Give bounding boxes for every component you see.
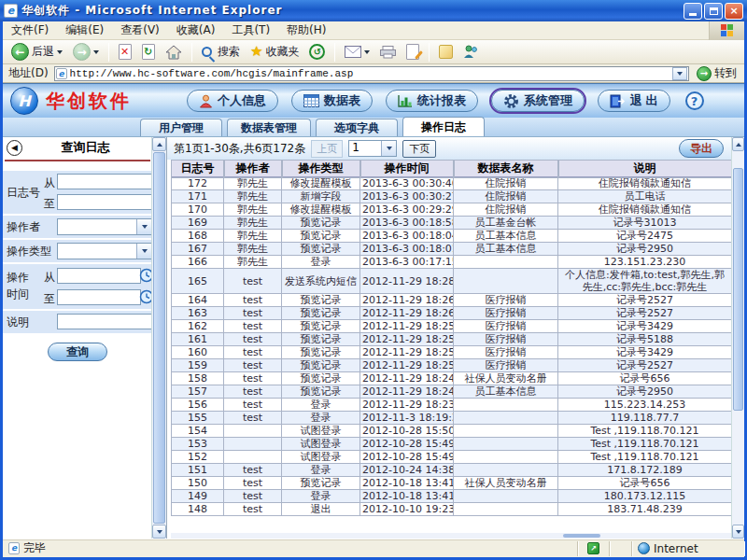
table-row[interactable]: 170郭先生修改提醒模板2013-6-3 00:29:29住院报销住院报销领款通… — [172, 203, 732, 217]
export-button[interactable]: 导出 — [679, 139, 724, 158]
help-button[interactable]: ? — [685, 91, 704, 110]
desc-input[interactable] — [57, 314, 152, 329]
chevron-down-icon[interactable] — [136, 219, 151, 234]
menu-item[interactable]: 查看(V) — [112, 21, 168, 40]
edit-icon — [406, 44, 419, 60]
query-button[interactable]: 查询 — [48, 343, 107, 361]
scroll-up-icon[interactable] — [732, 137, 744, 151]
operator-select[interactable] — [57, 218, 152, 235]
prev-page-button[interactable]: 上页 — [311, 140, 343, 158]
menu-item[interactable]: 帮助(H) — [278, 21, 334, 40]
table-row[interactable]: 171郭先生新增字段2013-6-3 00:30:27住院报销员工电话 — [172, 190, 732, 203]
minimize-button[interactable] — [684, 3, 702, 20]
messenger-button[interactable] — [460, 44, 481, 60]
menu-item[interactable]: 收藏(A) — [168, 21, 224, 40]
next-page-button[interactable]: 下页 — [402, 140, 436, 158]
page-icon: e — [56, 68, 67, 79]
scroll-down-icon[interactable] — [732, 525, 744, 539]
menu-item[interactable]: 文件(F) — [3, 21, 57, 40]
search-button[interactable]: 搜索 — [199, 43, 243, 61]
favorites-button[interactable]: ★ 收藏夹 — [247, 43, 302, 61]
scroll-up-icon[interactable] — [152, 137, 166, 151]
table-row[interactable]: 163test预览记录2012-11-29 18:26:04医疗报销记录号252… — [172, 307, 732, 320]
edit-button[interactable] — [403, 43, 422, 61]
forward-dropdown-icon[interactable] — [93, 50, 99, 57]
table-cell: test — [224, 412, 282, 425]
history-button[interactable]: ↺ — [306, 43, 328, 61]
favorites-label: 收藏夹 — [265, 44, 299, 60]
scrollbar-thumb[interactable] — [563, 534, 600, 538]
address-dropdown-icon[interactable] — [672, 67, 687, 80]
nav-button-exit[interactable]: 退 出 — [598, 90, 670, 112]
table-row[interactable]: 159test预览记录2012-11-29 18:25:31医疗报销记录号252… — [172, 359, 732, 372]
table-cell: 记录号2527 — [558, 294, 732, 307]
table-row[interactable]: 158test预览记录2012-11-29 18:24:07社保人员变动名册记录… — [172, 372, 732, 385]
back-dropdown-icon[interactable] — [57, 50, 63, 57]
table-row[interactable]: 166郭先生登录2013-6-3 00:17:15123.151.23.230 — [172, 256, 732, 269]
scroll-down-icon[interactable] — [152, 525, 166, 539]
chevron-down-icon[interactable] — [136, 244, 151, 259]
table-row[interactable]: 148test退出2012-10-10 19:23:11183.71.48.23… — [172, 503, 732, 516]
page-select[interactable]: 1 — [348, 140, 397, 157]
print-button[interactable] — [377, 45, 399, 60]
time-from-input[interactable] — [57, 268, 141, 284]
table-row[interactable]: 152试图登录2012-10-28 15:49:48Test ,119.118.… — [172, 451, 732, 464]
discuss-button[interactable] — [436, 44, 456, 60]
table-row[interactable]: 151test登录2012-10-24 14:38:40171.8.172.18… — [172, 464, 732, 477]
home-button[interactable] — [162, 44, 185, 61]
time-to-input[interactable] — [57, 289, 141, 305]
close-button[interactable]: × — [725, 3, 743, 20]
table-row[interactable]: 150test预览记录2012-10-18 13:41:47社保人员变动名册记录… — [172, 477, 732, 490]
table-row[interactable]: 154试图登录2012-10-28 15:50:01Test ,119.118.… — [172, 425, 732, 438]
table-cell: 预览记录 — [282, 294, 360, 307]
collapse-panel-icon[interactable]: ◀ — [7, 140, 22, 156]
tab-数据表管理[interactable]: 数据表管理 — [227, 119, 311, 136]
nav-button-table[interactable]: 数据表 — [291, 90, 373, 112]
table-row[interactable]: 169郭先生预览记录2013-6-3 00:18:58员工基金台帐记录号3101… — [172, 217, 732, 230]
log-id-to-input[interactable] — [57, 194, 152, 210]
table-row[interactable]: 167郭先生预览记录2013-6-3 00:18:01员工基本信息记录号2950 — [172, 243, 732, 256]
stop-button[interactable]: ✕ — [116, 43, 134, 61]
table-cell: 新增字段 — [282, 190, 360, 203]
tab-用户管理[interactable]: 用户管理 — [140, 119, 222, 136]
go-button[interactable]: → 转到 — [693, 65, 740, 81]
nav-button-gear[interactable]: 系统管理 — [491, 90, 585, 112]
table-row[interactable]: 165test发送系统内短信2012-11-29 18:28:06个人信息:发件… — [172, 269, 732, 294]
table-row[interactable]: 157test预览记录2012-11-29 18:24:01员工基本信息记录号2… — [172, 385, 732, 399]
table-cell: 2012-11-29 18:24:01 — [360, 385, 454, 399]
op-type-select[interactable] — [57, 243, 152, 259]
tab-选项字典[interactable]: 选项字典 — [316, 119, 398, 136]
mail-button[interactable] — [342, 45, 373, 59]
nav-button-person[interactable]: 个人信息 — [187, 90, 278, 112]
refresh-button[interactable]: ↻ — [139, 43, 158, 61]
desc-label: 说明 — [7, 315, 29, 330]
chevron-down-icon[interactable] — [381, 141, 396, 156]
table-row[interactable]: 149test登录2012-10-18 13:41:17180.173.12.1… — [172, 490, 732, 503]
sidebar-scrollbar[interactable] — [151, 137, 166, 539]
table-row[interactable]: 168郭先生预览记录2013-6-3 00:18:04员工基本信息记录号2475 — [172, 230, 732, 243]
scrollbar-thumb[interactable] — [153, 152, 165, 524]
table-cell: 记录号656 — [558, 477, 732, 490]
forward-button[interactable]: → — [70, 42, 102, 62]
table-row[interactable]: 156test登录2012-11-29 18:23:51115.223.14.2… — [172, 399, 732, 412]
address-bar: 地址(D) e → 转到 — [3, 64, 744, 83]
mail-dropdown-icon[interactable] — [364, 50, 370, 57]
back-button[interactable]: ← 后退 — [8, 42, 65, 62]
tab-操作日志[interactable]: 操作日志 — [402, 117, 485, 136]
table-row[interactable]: 161test预览记录2012-11-29 18:25:54医疗报销记录号518… — [172, 333, 732, 346]
table-row[interactable]: 155test登录2012-11-3 18:19:34119.118.77.7 — [172, 412, 732, 425]
table-row[interactable]: 162test预览记录2012-11-29 18:25:58医疗报销记录号342… — [172, 320, 732, 333]
menu-item[interactable]: 编辑(E) — [57, 21, 112, 40]
scrollbar-thumb[interactable] — [733, 168, 743, 411]
nav-button-chart[interactable]: 统计报表 — [386, 90, 478, 112]
table-row[interactable]: 164test预览记录2012-11-29 18:26:15医疗报销记录号252… — [172, 294, 732, 307]
table-scrollbar[interactable] — [731, 137, 744, 539]
address-input[interactable] — [70, 67, 669, 80]
menu-item[interactable]: 工具(T) — [223, 21, 278, 40]
table-row[interactable]: 160test预览记录2012-11-29 18:25:52医疗报销记录号342… — [172, 346, 732, 359]
table-row[interactable]: 153试图登录2012-10-28 15:49:49Test ,119.118.… — [172, 438, 732, 451]
table-cell: 2012-11-29 18:25:52 — [360, 346, 454, 359]
table-row[interactable]: 172郭先生修改提醒模板2013-6-3 00:30:40住院报销住院报销领款通… — [172, 177, 732, 190]
log-id-from-input[interactable] — [57, 174, 152, 189]
maximize-button[interactable] — [704, 3, 723, 20]
